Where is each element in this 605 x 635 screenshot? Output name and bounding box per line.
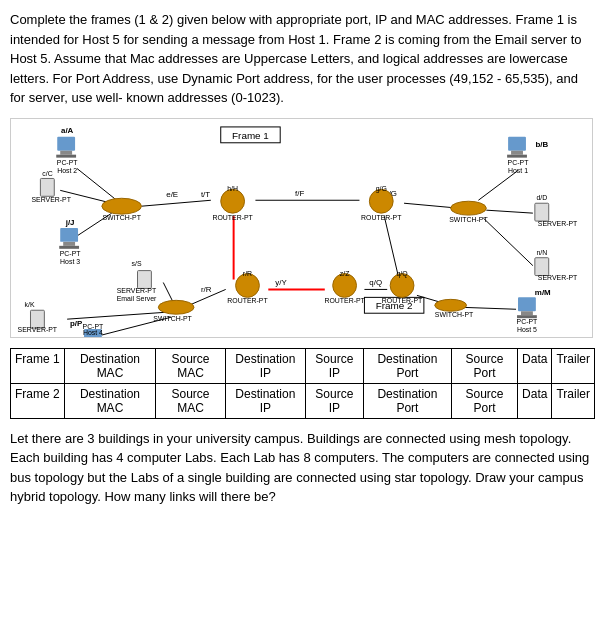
serverN-addr: n/N xyxy=(536,248,547,255)
host5-addr: m/M xyxy=(535,288,551,297)
routerH-label: ROUTER-PT xyxy=(212,214,253,221)
link-tT: t/T xyxy=(201,190,210,199)
switch3-label: SWITCH-PT xyxy=(153,315,192,322)
host3-name: Host 3 xyxy=(60,257,80,264)
host2-label: PC-PT xyxy=(57,158,79,165)
svg-point-28 xyxy=(102,198,142,214)
svg-point-40 xyxy=(333,273,357,297)
svg-rect-32 xyxy=(535,203,549,221)
bottom-paragraph: Let there are 3 buildings in your univer… xyxy=(10,429,595,507)
frame1-dest-port: Destination Port xyxy=(363,348,451,383)
link-yY: y/Y xyxy=(275,278,287,287)
host4-addr: p/P xyxy=(70,319,82,328)
frame2-row: Frame 2 Destination MAC Source MAC Desti… xyxy=(11,383,595,418)
svg-rect-34 xyxy=(63,241,75,245)
host2-name: Host 2 xyxy=(57,166,77,173)
routerG-addr: g/G xyxy=(376,185,387,193)
routerZ-label: ROUTER-PT xyxy=(324,297,365,304)
link-eE: e/E xyxy=(166,190,178,199)
emailS-name: Email Server xyxy=(117,295,157,302)
frame2-dest-port: Destination Port xyxy=(363,383,451,418)
svg-rect-23 xyxy=(56,154,76,157)
svg-line-11 xyxy=(163,282,173,302)
routerR-addr: r/R xyxy=(243,269,252,276)
host4-name: Host 4 xyxy=(83,329,103,336)
svg-point-41 xyxy=(390,273,414,297)
svg-point-39 xyxy=(236,273,260,297)
frame1-trailer: Trailer xyxy=(552,348,595,383)
frames-table: Frame 1 Destination MAC Source MAC Desti… xyxy=(10,348,595,419)
svg-rect-26 xyxy=(507,154,527,157)
serverN-label: SERVER-PT xyxy=(538,273,578,280)
host5-label: PC-PT xyxy=(517,318,539,325)
serverD-label: SERVER-PT xyxy=(538,220,578,227)
svg-line-2 xyxy=(77,168,117,200)
svg-rect-24 xyxy=(508,136,526,150)
svg-point-29 xyxy=(221,189,245,213)
routerR-label: ROUTER-PT xyxy=(227,297,268,304)
frame1-src-ip: Source IP xyxy=(305,348,363,383)
host1-name: Host 1 xyxy=(508,166,528,173)
serverK-label: SERVER-PT xyxy=(18,326,58,333)
switch4-label: SWITCH-PT xyxy=(435,311,474,318)
frame1-data: Data xyxy=(518,348,552,383)
routerZ-addr: z/Z xyxy=(340,269,350,276)
frame2-src-mac: Source MAC xyxy=(156,383,226,418)
svg-line-5 xyxy=(141,200,210,206)
svg-rect-35 xyxy=(59,245,79,248)
serverC-label: SERVER-PT xyxy=(31,196,71,203)
serverC-addr: c/C xyxy=(42,170,52,177)
emailS-label: SERVER-PT xyxy=(117,287,157,294)
frame2-src-port: Source Port xyxy=(451,383,517,418)
serverD-addr: d/D xyxy=(536,194,547,201)
frame1-row: Frame 1 Destination MAC Source MAC Desti… xyxy=(11,348,595,383)
serverK-addr: k/K xyxy=(25,301,35,308)
frame1-src-port: Source Port xyxy=(451,348,517,383)
svg-line-9 xyxy=(486,210,533,213)
frame2-trailer: Trailer xyxy=(552,383,595,418)
frame1-src-mac: Source MAC xyxy=(156,348,226,383)
svg-line-10 xyxy=(483,218,533,266)
svg-point-30 xyxy=(369,189,393,213)
host2-addr: a/A xyxy=(61,125,74,134)
emailS-addr: s/S xyxy=(132,259,142,266)
link-rR: r/R xyxy=(201,285,212,294)
frame2-dest-ip: Destination IP xyxy=(225,383,305,418)
svg-line-8 xyxy=(478,170,518,200)
routerG-label: ROUTER-PT xyxy=(361,214,402,221)
frame1-label: Frame 1 xyxy=(232,129,269,140)
svg-rect-25 xyxy=(511,150,523,154)
svg-rect-37 xyxy=(138,270,152,288)
svg-rect-44 xyxy=(521,311,533,315)
switch1-label: SWITCH-PT xyxy=(102,214,141,221)
frame2-dest-mac: Destination MAC xyxy=(64,383,156,418)
svg-rect-22 xyxy=(60,150,72,154)
frame1-label-cell: Frame 1 xyxy=(11,348,65,383)
svg-line-16 xyxy=(461,307,516,309)
svg-rect-27 xyxy=(40,178,54,196)
frame1-dest-mac: Destination MAC xyxy=(64,348,156,383)
network-diagram: Frame 1 Frame 2 e/E t/T f/F r/R xyxy=(10,118,593,338)
svg-point-42 xyxy=(435,299,467,311)
svg-point-31 xyxy=(451,201,487,215)
frame2-label-cell: Frame 2 xyxy=(11,383,65,418)
intro-paragraph: Complete the frames (1 & 2) given below … xyxy=(10,10,595,108)
svg-point-38 xyxy=(158,300,194,314)
host3-label: PC-PT xyxy=(60,249,82,256)
frame2-src-ip: Source IP xyxy=(305,383,363,418)
routerH-addr: h/H xyxy=(227,185,238,192)
host1-addr: b/B xyxy=(535,139,548,148)
svg-rect-21 xyxy=(57,136,75,150)
host3-addr: j/J xyxy=(65,218,75,227)
host1-label: PC-PT xyxy=(508,158,530,165)
frame2-data: Data xyxy=(518,383,552,418)
switch2-label: SWITCH-PT xyxy=(449,216,488,223)
link-qQ: q/Q xyxy=(369,278,382,287)
routerQ-label: ROUTER-PT xyxy=(382,297,423,304)
svg-rect-43 xyxy=(518,297,536,311)
frame1-dest-ip: Destination IP xyxy=(225,348,305,383)
svg-rect-33 xyxy=(60,228,78,242)
host5-name: Host 5 xyxy=(517,326,537,333)
link-fF: f/F xyxy=(295,189,304,198)
routerQ-addr: q/Q xyxy=(396,269,408,277)
